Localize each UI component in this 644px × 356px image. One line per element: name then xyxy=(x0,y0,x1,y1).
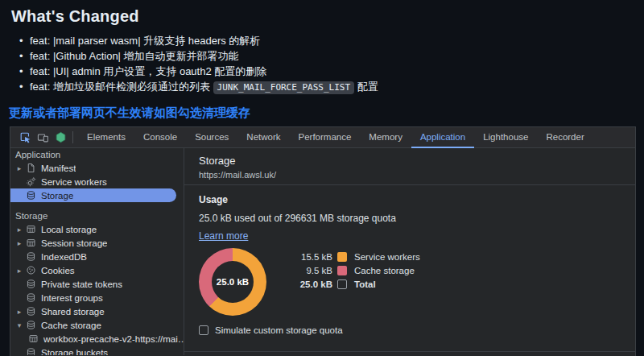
disclosure-arrow-icon[interactable]: ▸ xyxy=(14,308,24,316)
usage-legend: 15.5 kB Service workers 9.5 kB Cache sto… xyxy=(276,248,420,316)
disclosure-arrow-icon[interactable]: ▸ xyxy=(14,164,24,172)
usage-summary: 25.0 kB used out of 296631 MB storage qu… xyxy=(199,213,621,224)
database-icon xyxy=(25,347,36,356)
cache-clear-notice: 更新或者部署网页不生效请如图勾选清理缓存 xyxy=(9,106,644,121)
tab-application[interactable]: Application xyxy=(411,127,474,148)
sidebar-section-storage: Storage xyxy=(10,209,184,222)
sidebar-item-private-state-tokens[interactable]: Private state tokens xyxy=(10,277,184,291)
donut-hole: 25.0 kB xyxy=(212,261,254,303)
table-icon xyxy=(27,333,39,345)
usage-chart-row: 25.0 kB 15.5 kB Service workers 9.5 kB xyxy=(199,248,621,316)
storage-panel: Storage https://mail.awsl.uk/ Usage 25.0… xyxy=(184,148,635,355)
tab-lighthouse[interactable]: Lighthouse xyxy=(474,127,537,148)
sidebar-item-manifest[interactable]: ▸ Manifest xyxy=(10,161,184,175)
tab-elements[interactable]: Elements xyxy=(78,127,134,148)
sidebar-gap xyxy=(10,202,184,209)
page: What's Changed feat: |mail parser wasm| … xyxy=(0,0,644,356)
vue-devtools-icon[interactable] xyxy=(52,130,69,146)
database-icon xyxy=(25,251,36,263)
sidebar-item-workbox-precache[interactable]: workbox-precache-v2-https://mai… xyxy=(10,332,184,346)
device-toolbar-icon[interactable] xyxy=(34,130,52,146)
usage-title: Usage xyxy=(199,194,621,205)
tab-console[interactable]: Console xyxy=(134,127,186,148)
sidebar-item-indexeddb[interactable]: IndexedDB xyxy=(10,250,184,263)
database-icon xyxy=(25,320,36,331)
changelog-item: feat: |Github Action| 增加自动更新并部署功能 xyxy=(30,48,644,64)
storage-panel-header: Storage https://mail.awsl.uk/ xyxy=(184,148,635,185)
learn-more-link[interactable]: Learn more xyxy=(199,230,248,242)
sidebar-item-service-workers[interactable]: Service workers xyxy=(10,175,184,188)
disclosure-arrow-icon[interactable]: ▸ xyxy=(14,267,24,275)
table-icon xyxy=(25,238,36,249)
sidebar-item-local-storage[interactable]: ▸ Local storage xyxy=(10,222,184,236)
devtools-toolbar: Elements Console Sources Network Perform… xyxy=(10,127,635,148)
legend-swatch-pink xyxy=(337,266,347,275)
simulate-quota-row: Simulate custom storage quota xyxy=(199,325,621,335)
database-icon xyxy=(25,279,36,290)
tab-recorder[interactable]: Recorder xyxy=(537,127,592,148)
sidebar-item-interest-groups[interactable]: Interest groups xyxy=(10,291,184,304)
changelog-list: feat: |mail parser wasm| 升级支持 headers 的解… xyxy=(0,33,644,95)
legend-row-service-workers: 15.5 kB Service workers xyxy=(276,250,420,263)
document-icon xyxy=(25,163,36,174)
origin-url: https://mail.awsl.uk/ xyxy=(199,170,635,180)
usage-donut-chart: 25.0 kB xyxy=(199,248,266,316)
sidebar-item-storage-buckets[interactable]: Storage buckets xyxy=(10,346,184,355)
sidebar-item-shared-storage[interactable]: ▸ Shared storage xyxy=(10,304,184,318)
application-sidebar: Application ▸ Manifest Service workers S… xyxy=(10,148,184,355)
changelog-item: feat: 增加垃圾邮件检测必须通过的列表 JUNK_MAIL_FORCE_PA… xyxy=(30,79,644,95)
simulate-quota-label: Simulate custom storage quota xyxy=(215,325,343,335)
panel-title: Storage xyxy=(199,155,635,167)
disclosure-arrow-icon[interactable]: ▸ xyxy=(14,226,24,234)
tab-sources[interactable]: Sources xyxy=(186,127,237,148)
legend-row-total: 25.0 kB Total xyxy=(276,277,420,291)
tab-network[interactable]: Network xyxy=(237,127,289,148)
sidebar-item-storage[interactable]: Storage xyxy=(10,188,176,202)
legend-swatch-empty xyxy=(337,279,347,289)
database-icon xyxy=(25,306,36,317)
table-icon xyxy=(25,224,36,235)
toolbar-separator xyxy=(72,131,73,143)
sidebar-section-application: Application xyxy=(10,148,184,161)
sidebar-item-cookies[interactable]: ▸ Cookies xyxy=(10,263,184,277)
disclosure-arrow-icon[interactable]: ▸ xyxy=(14,239,24,247)
devtools-screenshot: Elements Console Sources Network Perform… xyxy=(10,126,636,356)
simulate-quota-checkbox[interactable] xyxy=(199,325,208,335)
database-icon xyxy=(25,292,36,304)
legend-row-cache-storage: 9.5 kB Cache storage xyxy=(276,263,420,277)
cookie-icon xyxy=(25,265,36,276)
usage-section: Usage 25.0 kB used out of 296631 MB stor… xyxy=(184,185,635,335)
inline-code: JUNK_MAIL_FORCE_PASS_LIST xyxy=(213,81,355,94)
tab-memory[interactable]: Memory xyxy=(360,127,411,148)
donut-total-label: 25.0 kB xyxy=(217,277,249,287)
sidebar-item-cache-storage[interactable]: ▾ Cache storage xyxy=(10,318,184,332)
changelog-item: feat: |mail parser wasm| 升级支持 headers 的解… xyxy=(30,33,644,48)
sidebar-item-session-storage[interactable]: ▸ Session storage xyxy=(10,236,184,250)
changelog-item: feat: |UI| admin 用户设置，支持 oauth2 配置的删除 xyxy=(30,64,644,79)
legend-swatch-orange xyxy=(337,252,347,262)
inspect-element-icon[interactable] xyxy=(16,130,34,146)
panel-bottom-divider xyxy=(184,351,635,352)
page-title: What's Changed xyxy=(11,7,644,26)
gears-icon xyxy=(25,176,36,188)
database-icon xyxy=(25,190,36,201)
tab-performance[interactable]: Performance xyxy=(290,127,361,148)
disclosure-arrow-icon[interactable]: ▾ xyxy=(14,321,24,329)
